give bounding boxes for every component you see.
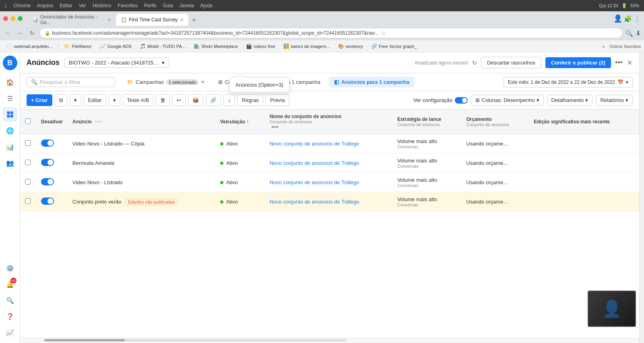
row-name: Video Novo - Listrado <box>72 179 123 185</box>
delete-button[interactable]: 🗑 <box>156 94 170 106</box>
edit-button[interactable]: Editar <box>84 94 106 106</box>
new-tab-button[interactable]: + <box>188 15 200 26</box>
row-conjunto-link[interactable]: Novo conjunto de anúncios de Tráfego <box>270 179 359 185</box>
undo-button[interactable]: ↩ <box>172 94 186 106</box>
refresh-icon-header[interactable]: ↻ <box>472 60 477 66</box>
scrollbar-thumb[interactable] <box>44 339 125 341</box>
sidebar-settings-icon[interactable]: ⚙️ <box>3 261 17 275</box>
tab-ads-manager[interactable]: 📊 Gerenciador de Anúncios - Ge... ✕ <box>27 14 116 26</box>
bookmark-mixkit[interactable]: 🎵 Mixkit - TUDO PA... <box>136 43 189 50</box>
bookmark-freevector[interactable]: 🔗 Free Vector graph_ <box>368 43 420 50</box>
extensions-icon[interactable]: 🧩 <box>624 15 632 23</box>
sidebar-people-icon[interactable]: 👥 <box>3 156 17 170</box>
col-anuncio-resize-icon[interactable]: ⟺ <box>95 119 101 125</box>
test-ab-button[interactable]: Teste A/B <box>123 94 154 106</box>
row-checkbox-0[interactable] <box>25 140 31 146</box>
nav-campaigns[interactable]: 📁 Campanhas 1 selecionado ✕ <box>122 77 210 87</box>
sidebar-search-icon[interactable]: 🔍 <box>3 293 17 308</box>
more-options-icon[interactable]: ••• <box>615 58 623 67</box>
row-conjunto-link[interactable]: Novo conjunto de anúncios de Tráfego <box>270 160 359 166</box>
row-toggle-0[interactable] <box>41 139 54 147</box>
nav-anuncios[interactable]: ◧ Anúncios para 1 campanha <box>329 77 415 87</box>
reports-button[interactable]: Relatórios ▾ <box>596 95 633 106</box>
edit-chevron-button[interactable]: ▾ <box>109 94 120 106</box>
search-icon-addr[interactable]: 🔍 <box>625 29 633 37</box>
rules-button[interactable]: Regras <box>237 94 263 106</box>
select-all-checkbox[interactable] <box>25 118 31 124</box>
menu-arquivo[interactable]: Arquivo <box>37 3 54 8</box>
col-conjunto-sort-icon[interactable]: ⟺ <box>271 124 278 130</box>
sidebar-globe-icon[interactable]: 🌐 <box>3 123 17 138</box>
close-panel-icon[interactable]: ✕ <box>627 58 633 67</box>
row-checkbox-2[interactable] <box>25 179 31 185</box>
preview-button[interactable]: Prévia <box>266 94 289 106</box>
tab-close-1[interactable]: ✕ <box>107 17 111 23</box>
apple-menu[interactable]:  <box>5 2 7 9</box>
create-button[interactable]: + Criar <box>27 94 52 106</box>
back-button[interactable]: ← <box>3 28 13 38</box>
menu-historico[interactable]: Histórico <box>93 3 111 8</box>
bookmark-banco[interactable]: 🖼️ banco de imagem... <box>280 43 333 50</box>
archive-button[interactable]: 📦 <box>188 94 203 106</box>
bookmark-google-ads[interactable]: 📈 Google ADS <box>97 43 135 50</box>
minimize-button[interactable] <box>10 16 15 21</box>
date-selector[interactable]: Este mês: 1 de Dez de 2022 a 22 de Dez d… <box>504 77 633 87</box>
columns-button[interactable]: ⊞ Colunas: Desempenho ▾ <box>471 95 543 106</box>
bookmark-star-icon[interactable]: ☆ <box>381 30 386 36</box>
sidebar-home-icon[interactable]: 🏠 <box>3 75 17 89</box>
menu-ver[interactable]: Ver <box>79 3 86 8</box>
row-toggle-2[interactable] <box>41 178 54 185</box>
col-conjunto-sub: Conjunto de anúncios <box>270 119 388 124</box>
menu-ajuda[interactable]: Ajuda <box>200 3 213 8</box>
other-bookmarks[interactable]: Outros favoritos <box>609 44 641 49</box>
maximize-button[interactable] <box>18 16 23 21</box>
menu-chrome[interactable]: Chrome <box>13 3 31 8</box>
publish-button[interactable]: Conferir e publicar (2) <box>545 57 611 68</box>
row-checkbox-1[interactable] <box>25 160 31 165</box>
bookmark-videos[interactable]: 🎬 videos free <box>243 43 279 50</box>
menu-perfis[interactable]: Perfis <box>144 3 157 8</box>
scrollbar-track[interactable] <box>44 339 346 341</box>
sidebar-analytics-icon[interactable]: 📈 <box>3 325 17 340</box>
tab-close-2[interactable]: ✕ <box>180 17 184 23</box>
row-toggle-3[interactable] <box>41 197 54 205</box>
discard-drafts-button[interactable]: Descartar rascunhos <box>481 57 541 69</box>
view-config-toggle[interactable] <box>455 97 468 104</box>
sidebar-help-icon[interactable]: ❓ <box>3 309 17 324</box>
bookmark-shein[interactable]: 🛍️ Shein Marketplace <box>190 43 241 50</box>
fb-logo[interactable]: B <box>3 56 17 70</box>
sidebar-chart-icon[interactable]: 📊 <box>3 139 17 154</box>
menu-favoritos[interactable]: Favoritos <box>118 3 138 8</box>
sidebar-ads-icon[interactable] <box>3 107 17 122</box>
copy-button[interactable]: 🔗 <box>206 94 221 106</box>
menu-guia[interactable]: Guia <box>163 3 173 8</box>
campaigns-close-icon[interactable]: ✕ <box>201 79 204 85</box>
chrome-profile-icon[interactable]: 👤 <box>613 14 622 23</box>
close-button[interactable] <box>3 16 8 21</box>
duplicate-button[interactable]: ⧉ <box>55 94 67 106</box>
col-veiculacao[interactable]: Veiculação ↑ <box>215 110 265 134</box>
menu-editar[interactable]: Editar <box>60 3 72 8</box>
detail-button[interactable]: Detalhamento ▾ <box>547 95 593 106</box>
sidebar-menu-icon[interactable]: ☰ <box>3 91 17 106</box>
campaign-selector[interactable]: BIOTWO - 2022 - Atacado (341872571...) ▾ <box>64 58 169 68</box>
row-toggle-1[interactable] <box>41 159 54 166</box>
address-input[interactable]: 🔒 business.facebook.com/adsmanager/manag… <box>39 28 623 38</box>
row-checkbox-3[interactable] <box>25 198 31 204</box>
more-menu-icon[interactable]: ⋮ <box>634 14 641 23</box>
expand-button[interactable]: ▾ <box>70 94 81 106</box>
bookmark-filewarez[interactable]: 📁 FileWarez <box>61 43 95 50</box>
refresh-button[interactable]: ↻ <box>27 28 37 38</box>
bookmark-vecteezy[interactable]: 🎨 vecteezy <box>335 43 366 50</box>
menu-janela[interactable]: Janela <box>180 3 194 8</box>
row-conjunto-link[interactable]: Novo conjunto de anúncios de Tráfego <box>270 199 359 205</box>
download-icon[interactable]: ⬇ <box>636 29 641 37</box>
row-conjunto-link[interactable]: Novo conjunto de anúncios de Tráfego <box>270 141 359 147</box>
bookmark-webmail[interactable]: ✉️ webmail.arquitetu... <box>3 43 56 50</box>
forward-button[interactable]: → <box>15 28 25 38</box>
sidebar-alert-icon[interactable]: 🔔 44 <box>3 277 17 291</box>
move-button[interactable]: ↕ <box>223 94 235 106</box>
search-box[interactable]: 🔍 Pesquisar e filtrar <box>27 77 115 87</box>
tab-survey[interactable]: 📋 First Time Cast Survey ✕ <box>116 14 188 26</box>
bookmarks-more-button[interactable]: » <box>602 44 605 49</box>
